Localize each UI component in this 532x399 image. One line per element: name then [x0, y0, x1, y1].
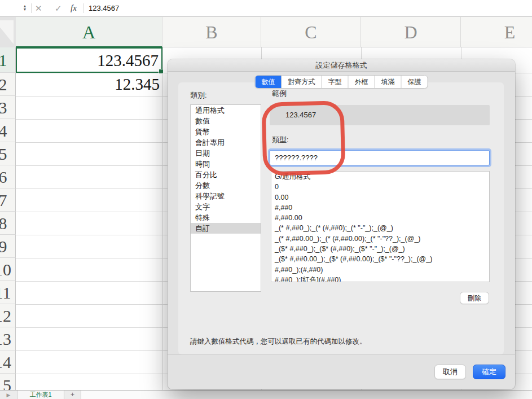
- column-header-D[interactable]: D: [361, 17, 461, 47]
- tab-外框[interactable]: 外框: [348, 76, 375, 88]
- column-header-C[interactable]: C: [261, 17, 361, 47]
- sheet-tab-bar: ▶ 工作表1 +: [0, 390, 532, 399]
- ok-button[interactable]: 確定: [473, 365, 505, 379]
- category-item-數值[interactable]: 數值: [191, 116, 261, 126]
- row-header-13[interactable]: 13: [0, 327, 16, 350]
- column-header-A[interactable]: A: [16, 17, 162, 47]
- tab-數值[interactable]: 數值: [256, 76, 282, 88]
- dialog-title: 設定儲存格格式: [316, 61, 367, 69]
- category-label: 類別:: [190, 90, 207, 100]
- select-all-triangle-icon: [0, 20, 14, 44]
- category-item-會計專用[interactable]: 會計專用: [191, 137, 261, 148]
- divider: [168, 354, 515, 355]
- divider: [31, 3, 32, 13]
- cell-A1[interactable]: 123.4567: [16, 47, 162, 73]
- category-item-日期[interactable]: 日期: [191, 148, 261, 159]
- name-box-stepper[interactable]: ▲ ▼: [20, 2, 29, 14]
- formula-input[interactable]: 123.4567: [89, 0, 119, 16]
- category-item-時間[interactable]: 時間: [191, 159, 261, 169]
- cancel-button[interactable]: 取消: [434, 365, 466, 379]
- category-item-通用格式[interactable]: 通用格式: [191, 105, 261, 116]
- row-header-9[interactable]: 9: [0, 235, 16, 258]
- cell-A1-value: 123.4567: [97, 51, 159, 69]
- format-code-item-9[interactable]: _($* #,##0.00_);_($* (#,##0.00);_($* "-"…: [271, 254, 489, 264]
- category-item-自訂[interactable]: 自訂: [191, 223, 261, 234]
- sheet-tab-worksheet1[interactable]: 工作表1: [17, 391, 64, 399]
- category-item-分數[interactable]: 分數: [191, 180, 261, 191]
- row-header-5[interactable]: 5: [0, 142, 16, 165]
- row-header-4[interactable]: 4: [0, 119, 16, 142]
- format-code-item-2[interactable]: 0: [271, 182, 489, 192]
- format-code-item-11[interactable]: #,##0_);[紅色](#,##0): [271, 275, 489, 282]
- tab-填滿[interactable]: 填滿: [375, 76, 401, 88]
- accept-entry-icon[interactable]: ✓: [55, 0, 62, 16]
- row-header-7[interactable]: 7: [0, 188, 16, 212]
- row-header-14[interactable]: 14: [0, 350, 16, 374]
- format-cells-dialog: 設定儲存格格式 數值對齊方式字型外框填滿保護 類別: 通用格式數值貨幣會計專用日…: [168, 59, 515, 389]
- format-code-item-3[interactable]: 0.00: [271, 192, 489, 203]
- sample-label: 範例: [272, 89, 287, 99]
- row-header-1[interactable]: 1: [0, 47, 16, 73]
- row-header-3[interactable]: 3: [0, 96, 16, 119]
- formula-bar: ▲ ▼ ✕ ✓ fx 123.4567: [0, 0, 532, 17]
- format-code-item-5[interactable]: #,##0.00: [271, 213, 489, 223]
- tab-保護[interactable]: 保護: [401, 76, 428, 88]
- dialog-titlebar[interactable]: 設定儲存格格式: [168, 59, 515, 72]
- tab-字型[interactable]: 字型: [322, 76, 348, 88]
- help-text: 請鍵入數值格式代碼，您可以選取已有的代碼加以修改。: [190, 337, 367, 347]
- column-header-B[interactable]: B: [162, 17, 261, 47]
- row-header-8[interactable]: 8: [0, 212, 16, 235]
- format-code-item-7[interactable]: _(* #,##0.00_);_(* (#,##0.00);_(* "-"??_…: [271, 234, 489, 244]
- format-code-item-8[interactable]: _($* #,##0_);_($* (#,##0);_($* "-"_);_(@…: [271, 244, 489, 254]
- dialog-tab-bar: 數值對齊方式字型外框填滿保護: [255, 75, 428, 89]
- category-item-文字[interactable]: 文字: [191, 201, 261, 212]
- format-code-item-10[interactable]: #,##0_);(#,##0): [271, 265, 489, 275]
- column-header-E[interactable]: E: [461, 17, 532, 47]
- row-header-10[interactable]: 10: [0, 258, 16, 281]
- select-all-corner[interactable]: [0, 17, 16, 48]
- format-code-list[interactable]: G/通用格式00.00#,##0#,##0.00_(* #,##0_);_(* …: [271, 171, 490, 282]
- format-code-item-6[interactable]: _(* #,##0_);_(* (#,##0);_(* "-"_);_(@_): [271, 223, 489, 233]
- format-code-item-4[interactable]: #,##0: [271, 203, 489, 213]
- add-sheet-button[interactable]: +: [64, 391, 81, 399]
- row-header-2[interactable]: 2: [0, 73, 16, 96]
- delete-button[interactable]: 刪除: [460, 292, 489, 304]
- insert-function-icon[interactable]: fx: [71, 0, 77, 16]
- stepper-down-icon[interactable]: ▼: [23, 8, 27, 11]
- cell-A2[interactable]: 12.345: [16, 73, 162, 96]
- category-list[interactable]: 通用格式數值貨幣會計專用日期時間百分比分數科學記號文字特殊自訂: [190, 104, 261, 292]
- cell-A2-value: 12.345: [115, 75, 160, 93]
- category-item-百分比[interactable]: 百分比: [191, 169, 261, 180]
- row-header-11[interactable]: 11: [0, 281, 16, 304]
- cancel-entry-icon[interactable]: ✕: [35, 0, 42, 16]
- row-header-6[interactable]: 6: [0, 165, 16, 188]
- fill-handle[interactable]: [159, 69, 164, 74]
- divider: [83, 3, 84, 13]
- gridline: [162, 47, 163, 390]
- red-annotation-circle: [261, 100, 345, 176]
- category-item-特殊[interactable]: 特殊: [191, 212, 261, 223]
- row-header-12[interactable]: 12: [0, 304, 16, 327]
- category-item-科學記號[interactable]: 科學記號: [191, 191, 261, 201]
- tab-對齊方式[interactable]: 對齊方式: [282, 76, 322, 88]
- category-item-貨幣[interactable]: 貨幣: [191, 126, 261, 137]
- sheet-nav-arrow-icon[interactable]: ▶: [0, 391, 17, 399]
